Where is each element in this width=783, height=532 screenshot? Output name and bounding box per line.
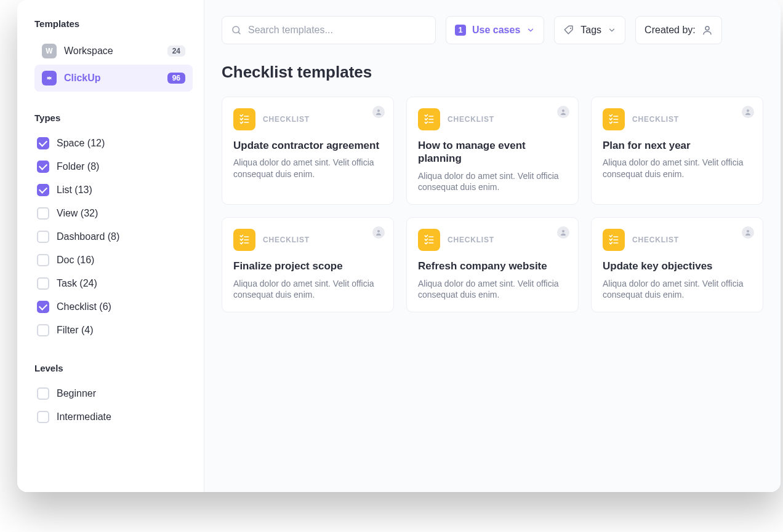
source-count-badge: 96 xyxy=(167,73,185,84)
filter-label: Intermediate xyxy=(57,411,111,423)
card-description: Aliqua dolor do amet sint. Velit officia… xyxy=(603,157,752,180)
filter-label: View (32) xyxy=(57,208,98,219)
types-list: Space (12)Folder (8)List (13)View (32)Da… xyxy=(34,132,193,342)
checkbox[interactable] xyxy=(37,411,49,423)
card-header: CHECKLIST xyxy=(603,108,752,130)
levels-heading: Levels xyxy=(34,363,193,373)
card-description: Aliqua dolor do amet sint. Velit officia… xyxy=(233,157,382,180)
card-author-avatar xyxy=(372,226,385,239)
sidebar-title: Templates xyxy=(34,18,193,29)
filter-label: Checklist (6) xyxy=(57,301,111,312)
source-clickup[interactable]: ClickUp 96 xyxy=(34,65,193,92)
checkbox[interactable] xyxy=(37,207,49,220)
sidebar: Templates W Workspace 24 ClickUp 96 Type… xyxy=(17,0,204,492)
use-cases-count: 1 xyxy=(455,25,466,36)
level-filter-beginner[interactable]: Beginner xyxy=(34,382,193,405)
checklist-icon xyxy=(233,229,255,251)
checkbox[interactable] xyxy=(37,184,49,196)
use-cases-filter[interactable]: 1 Use cases xyxy=(446,16,544,44)
card-title: Finalize project scope xyxy=(233,260,382,272)
filter-label: Folder (8) xyxy=(57,161,99,172)
template-card[interactable]: CHECKLISTHow to manage event planningAli… xyxy=(406,97,579,205)
source-label: ClickUp xyxy=(64,73,160,84)
search-box[interactable] xyxy=(222,16,436,44)
filter-label: Filter (4) xyxy=(57,325,94,336)
filter-label: Space (12) xyxy=(57,138,105,149)
main-area: 1 Use cases Tags Created by: xyxy=(204,0,781,492)
checkbox[interactable] xyxy=(37,387,49,400)
created-by-filter[interactable]: Created by: xyxy=(635,16,722,44)
tags-label: Tags xyxy=(580,25,601,36)
card-author-avatar xyxy=(557,226,569,239)
template-card[interactable]: CHECKLISTPlan for next yearAliqua dolor … xyxy=(591,97,763,205)
card-title: Update key objectives xyxy=(603,260,752,272)
filter-label: List (13) xyxy=(57,185,92,196)
type-filter-checklist[interactable]: Checklist (6) xyxy=(34,295,193,319)
svg-point-7 xyxy=(562,230,564,232)
type-filter-dashboard[interactable]: Dashboard (8) xyxy=(34,225,193,248)
card-description: Aliqua dolor do amet sint. Velit officia… xyxy=(418,278,567,301)
checkbox[interactable] xyxy=(37,301,49,313)
svg-point-8 xyxy=(747,230,749,232)
source-count-badge: 24 xyxy=(167,46,185,57)
filter-label: Doc (16) xyxy=(57,255,94,266)
checkbox[interactable] xyxy=(37,254,49,266)
clickup-icon xyxy=(42,71,57,85)
checkbox[interactable] xyxy=(37,324,49,336)
card-header: CHECKLIST xyxy=(233,108,382,130)
card-type-label: CHECKLIST xyxy=(448,236,494,244)
type-filter-task[interactable]: Task (24) xyxy=(34,272,193,295)
card-description: Aliqua dolor do amet sint. Velit officia… xyxy=(418,170,567,194)
card-author-avatar xyxy=(742,226,754,239)
tags-filter[interactable]: Tags xyxy=(554,16,625,44)
checkbox[interactable] xyxy=(37,231,49,243)
tag-icon xyxy=(563,25,574,36)
toolbar: 1 Use cases Tags Created by: xyxy=(222,16,763,44)
source-label: Workspace xyxy=(64,46,160,57)
source-workspace[interactable]: W Workspace 24 xyxy=(34,38,193,65)
level-filter-intermediate[interactable]: Intermediate xyxy=(34,405,193,429)
type-filter-list[interactable]: List (13) xyxy=(34,178,193,202)
svg-point-5 xyxy=(747,109,749,112)
checkbox[interactable] xyxy=(37,137,49,149)
search-icon xyxy=(231,25,242,36)
svg-point-3 xyxy=(377,109,380,112)
card-title: Refresh company website xyxy=(418,260,567,272)
type-filter-space[interactable]: Space (12) xyxy=(34,132,193,155)
template-card[interactable]: CHECKLISTFinalize project scopeAliqua do… xyxy=(222,217,394,312)
card-title: Plan for next year xyxy=(603,139,752,152)
app-window: Templates W Workspace 24 ClickUp 96 Type… xyxy=(17,0,781,492)
card-author-avatar xyxy=(742,106,754,118)
card-author-avatar xyxy=(557,106,569,118)
type-filter-doc[interactable]: Doc (16) xyxy=(34,248,193,272)
card-description: Aliqua dolor do amet sint. Velit officia… xyxy=(603,278,752,301)
checklist-icon xyxy=(418,108,440,130)
card-description: Aliqua dolor do amet sint. Velit officia… xyxy=(233,278,382,301)
card-type-label: CHECKLIST xyxy=(263,115,310,124)
created-by-label: Created by: xyxy=(644,25,696,36)
svg-point-6 xyxy=(377,230,380,232)
type-filter-view[interactable]: View (32) xyxy=(34,202,193,225)
chevron-down-icon xyxy=(526,26,535,34)
user-icon xyxy=(702,25,713,36)
workspace-icon: W xyxy=(42,44,57,58)
type-filter-folder[interactable]: Folder (8) xyxy=(34,155,193,178)
template-card[interactable]: CHECKLISTUpdate contractor agreementAliq… xyxy=(222,97,394,205)
type-filter-filter[interactable]: Filter (4) xyxy=(34,319,193,342)
template-card[interactable]: CHECKLISTRefresh company websiteAliqua d… xyxy=(406,217,579,312)
filter-label: Task (24) xyxy=(57,278,97,289)
use-cases-label: Use cases xyxy=(472,25,520,36)
types-heading: Types xyxy=(34,113,193,123)
template-card[interactable]: CHECKLISTUpdate key objectivesAliqua dol… xyxy=(591,217,763,312)
svg-point-1 xyxy=(570,28,571,29)
card-title: Update contractor agreement xyxy=(233,139,382,152)
card-type-label: CHECKLIST xyxy=(632,236,679,244)
filter-label: Beginner xyxy=(57,388,96,399)
checkbox[interactable] xyxy=(37,161,49,173)
search-input[interactable] xyxy=(248,25,427,36)
card-type-label: CHECKLIST xyxy=(263,236,310,244)
checklist-icon xyxy=(418,229,440,251)
chevron-down-icon xyxy=(608,26,616,34)
checkbox[interactable] xyxy=(37,277,49,290)
checklist-icon xyxy=(603,108,625,130)
